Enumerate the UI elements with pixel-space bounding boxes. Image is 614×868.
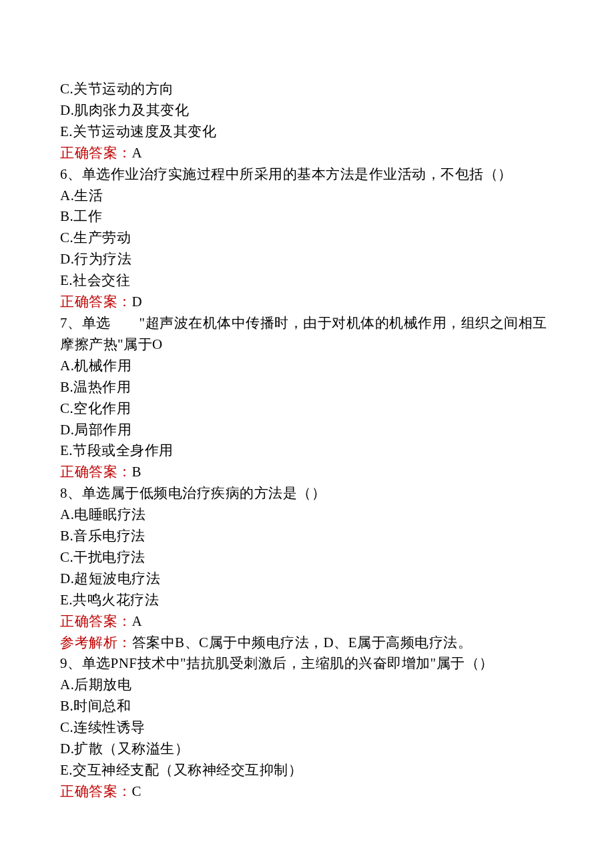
q9-option-e: E.交互神经支配（又称神经交互抑制）	[60, 760, 554, 781]
q7-option-d: D.局部作用	[60, 420, 554, 441]
q8-answer-value: A	[132, 613, 143, 629]
q6-answer-line: 正确答案：D	[60, 292, 554, 313]
q6-option-d: D.行为疗法	[60, 249, 554, 270]
answer-label: 正确答案：	[60, 145, 132, 161]
q7-option-e: E.节段或全身作用	[60, 440, 554, 462]
q5-answer-line: 正确答案：A	[60, 143, 554, 164]
analysis-label: 参考解析：	[60, 634, 132, 650]
q9-option-b: B.时间总和	[60, 696, 554, 717]
answer-label: 正确答案：	[60, 464, 132, 480]
q8-stem: 8、单选属于低频电治疗疾病的方法是（）	[60, 483, 554, 504]
q5-option-c: C.关节运动的方向	[60, 79, 554, 100]
q6-option-e: E.社会交往	[60, 270, 554, 292]
q5-answer-value: A	[132, 145, 143, 161]
q7-option-b: B.温热作用	[60, 377, 554, 398]
q9-answer-value: C	[132, 783, 142, 799]
q6-answer-value: D	[132, 294, 143, 310]
q9-option-c: C.连续性诱导	[60, 717, 554, 739]
q8-option-c: C.干扰电疗法	[60, 547, 554, 568]
q7-stem: 7、单选 "超声波在机体中传播时，由于对机体的机械作用，组织之间相互摩擦产热"属…	[60, 313, 554, 356]
q8-analysis-line: 参考解析：答案中B、C属于中频电疗法，D、E属于高频电疗法。	[60, 632, 554, 654]
q6-option-a: A.生活	[60, 185, 554, 207]
q8-analysis-text: 答案中B、C属于中频电疗法，D、E属于高频电疗法。	[132, 634, 473, 650]
q5-option-d: D.肌肉张力及其变化	[60, 100, 554, 121]
q6-option-b: B.工作	[60, 206, 554, 228]
answer-label: 正确答案：	[60, 294, 132, 310]
q8-option-e: E.共鸣火花疗法	[60, 590, 554, 611]
q6-stem: 6、单选作业治疗实施过程中所采用的基本方法是作业活动，不包括（）	[60, 164, 554, 185]
q8-answer-line: 正确答案：A	[60, 611, 554, 632]
q9-option-d: D.扩散（又称溢生）	[60, 739, 554, 760]
q9-stem: 9、单选PNF技术中"拮抗肌受刺激后，主缩肌的兴奋即增加"属于（）	[60, 653, 554, 675]
q9-option-a: A.后期放电	[60, 675, 554, 696]
q8-option-d: D.超短波电疗法	[60, 568, 554, 590]
q9-answer-line: 正确答案：C	[60, 781, 554, 803]
document-page: C.关节运动的方向 D.肌肉张力及其变化 E.关节运动速度及其变化 正确答案：A…	[0, 0, 614, 863]
q7-answer-line: 正确答案：B	[60, 462, 554, 483]
q7-option-a: A.机械作用	[60, 356, 554, 377]
answer-label: 正确答案：	[60, 613, 132, 629]
q5-option-e: E.关节运动速度及其变化	[60, 121, 554, 143]
q8-option-b: B.音乐电疗法	[60, 526, 554, 547]
q7-answer-value: B	[132, 464, 142, 480]
q7-option-c: C.空化作用	[60, 398, 554, 420]
answer-label: 正确答案：	[60, 783, 132, 799]
q6-option-c: C.生产劳动	[60, 228, 554, 249]
q8-option-a: A.电睡眠疗法	[60, 504, 554, 526]
